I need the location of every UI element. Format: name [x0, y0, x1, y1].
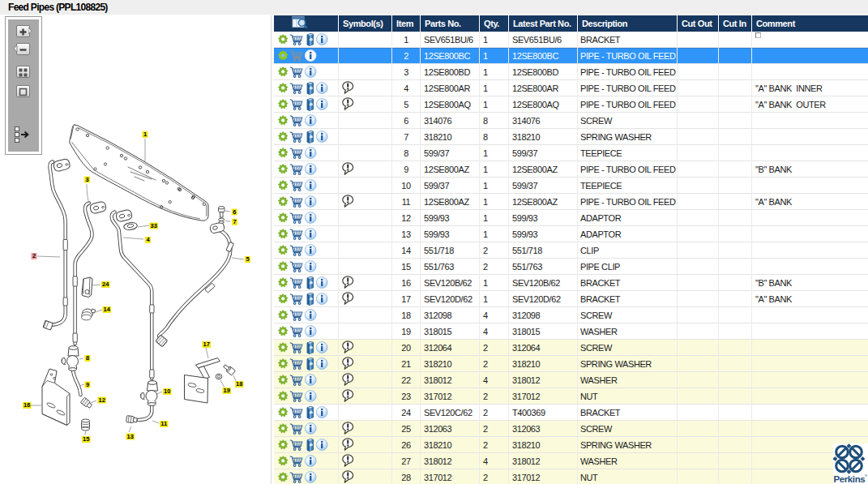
svg-text:8: 8 [86, 354, 89, 362]
svg-text:14: 14 [104, 306, 111, 313]
svg-text:12: 12 [99, 396, 105, 404]
svg-text:6: 6 [233, 208, 236, 216]
svg-text:19: 19 [224, 387, 230, 394]
svg-text:15: 15 [83, 435, 89, 443]
svg-text:2: 2 [32, 252, 36, 259]
svg-text:17: 17 [203, 341, 210, 348]
svg-text:3: 3 [85, 176, 88, 183]
svg-text:16: 16 [24, 401, 30, 409]
svg-text:1: 1 [143, 131, 147, 138]
svg-text:5: 5 [246, 255, 249, 263]
svg-text:9: 9 [86, 381, 89, 388]
svg-text:24: 24 [102, 281, 109, 288]
svg-text:11: 11 [160, 420, 167, 427]
svg-text:33: 33 [151, 222, 157, 229]
svg-text:13: 13 [127, 433, 134, 440]
svg-text:10: 10 [164, 388, 170, 395]
svg-text:Perkins: Perkins [834, 474, 866, 484]
svg-text:18: 18 [236, 380, 242, 388]
svg-text:7: 7 [233, 218, 236, 225]
